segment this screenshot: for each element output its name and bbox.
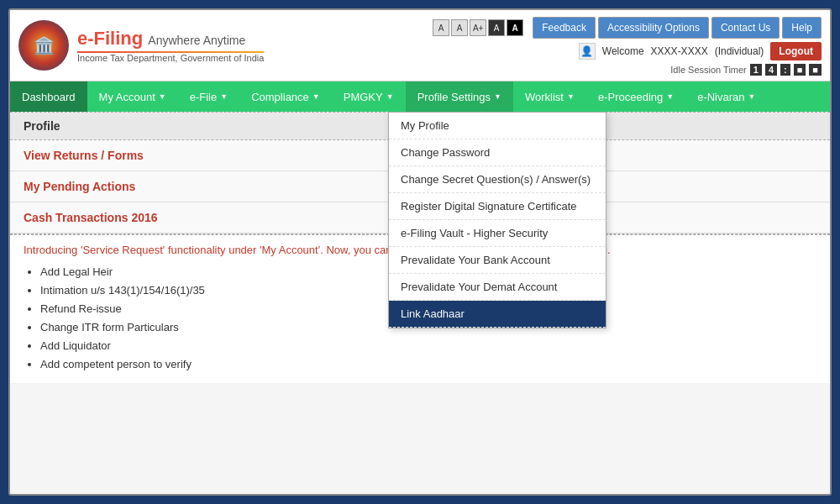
dropdown-link-aadhaar[interactable]: Link Aadhaar	[389, 301, 606, 328]
logo-text: e-Filing Anywhere Anytime Income Tax Dep…	[77, 28, 264, 63]
nav-my-account[interactable]: My Account ▼	[87, 81, 178, 112]
nav-profile-settings-label: Profile Settings	[417, 91, 491, 103]
nav-worklist-label: Worklist	[525, 91, 564, 103]
font-contrast-btn[interactable]: A	[507, 19, 523, 36]
nav-eproceeding-arrow: ▼	[666, 92, 674, 101]
nav-compliance-arrow: ▼	[312, 92, 320, 101]
header-right: A A A+ A A Feedback Accessibility Option…	[433, 17, 822, 76]
efiling-label: e-Filing	[77, 28, 143, 49]
logout-button[interactable]: Logout	[770, 42, 822, 60]
timer-colon: :	[780, 64, 790, 76]
nav-enivaran[interactable]: e-Nivaran ▼	[685, 81, 767, 112]
font-dark-btn[interactable]: A	[488, 19, 505, 36]
accessibility-button[interactable]: Accessibility Options	[598, 17, 709, 39]
nav-efile-label: e-File	[190, 91, 218, 103]
nav-bar: Dashboard My Account ▼ e-File ▼ Complian…	[10, 81, 830, 112]
session-timer: Idle Session Timer 1 4 : ■ ■	[670, 64, 822, 76]
nav-pmgky-arrow: ▼	[386, 92, 394, 101]
nav-my-account-label: My Account	[99, 91, 155, 103]
timer-digit-2: 4	[765, 64, 777, 76]
font-small-btn[interactable]: A	[433, 19, 449, 36]
timer-digit-1: 1	[750, 64, 762, 76]
nav-compliance[interactable]: Compliance ▼	[239, 81, 332, 112]
session-label: Idle Session Timer	[670, 65, 746, 75]
nav-enivaran-label: e-Nivaran	[697, 91, 744, 103]
dropdown-change-secret[interactable]: Change Secret Question(s) / Answer(s)	[389, 166, 606, 193]
font-large-btn[interactable]: A+	[470, 19, 486, 36]
header: 🏛️ e-Filing Anywhere Anytime Income Tax …	[10, 10, 830, 81]
logo-area: 🏛️ e-Filing Anywhere Anytime Income Tax …	[18, 20, 264, 71]
dropdown-prevalidate-bank[interactable]: Prevalidate Your Bank Account	[389, 247, 606, 274]
user-id: XXXX-XXXX	[651, 45, 708, 57]
nav-pmgky-label: PMGKY	[344, 91, 383, 103]
nav-enivaran-arrow: ▼	[748, 92, 756, 101]
nav-efile-arrow: ▼	[220, 92, 228, 101]
logo-tagline: Anywhere Anytime	[148, 34, 245, 47]
timer-digit-3: ■	[794, 64, 806, 76]
font-medium-btn[interactable]: A	[451, 19, 468, 36]
logo-emblem: 🏛️	[18, 20, 69, 71]
nav-profile-settings[interactable]: Profile Settings ▼	[406, 81, 513, 112]
nav-dashboard[interactable]: Dashboard	[10, 81, 87, 112]
nav-worklist-arrow: ▼	[567, 92, 575, 101]
nav-worklist[interactable]: Worklist ▼	[513, 81, 586, 112]
nav-compliance-label: Compliance	[251, 91, 309, 103]
nav-efile[interactable]: e-File ▼	[178, 81, 239, 112]
profile-settings-dropdown: My Profile Change Password Change Secret…	[388, 112, 606, 328]
font-size-controls: A A A+ A A	[433, 19, 523, 36]
nav-eproceeding-label: e-Proceeding	[598, 91, 663, 103]
feedback-button[interactable]: Feedback	[533, 17, 596, 39]
help-button[interactable]: Help	[782, 17, 822, 39]
dropdown-overlay: My Profile Change Password Change Secret…	[10, 112, 830, 494]
main-content: My Profile Change Password Change Secret…	[10, 112, 830, 494]
nav-pmgky[interactable]: PMGKY ▼	[332, 81, 406, 112]
browser-window: 🏛️ e-Filing Anywhere Anytime Income Tax …	[8, 8, 832, 496]
nav-profile-settings-arrow: ▼	[494, 92, 501, 101]
nav-dashboard-label: Dashboard	[22, 91, 76, 103]
dropdown-prevalidate-demat[interactable]: Prevalidate Your Demat Account	[389, 274, 606, 301]
welcome-text: Welcome	[602, 45, 644, 57]
timer-digit-4: ■	[809, 64, 822, 76]
dropdown-register-dsc[interactable]: Register Digital Signature Certificate	[389, 193, 606, 220]
user-icon: 👤	[579, 43, 596, 60]
nav-eproceeding[interactable]: e-Proceeding ▼	[586, 81, 685, 112]
dropdown-efiling-vault[interactable]: e-Filing Vault - Higher Security	[389, 220, 606, 247]
user-type: (Individual)	[715, 45, 764, 57]
user-bar: 👤 Welcome XXXX-XXXX (Individual) Logout	[579, 42, 822, 60]
logo-subtitle: Income Tax Department, Government of Ind…	[77, 53, 264, 63]
top-buttons: A A A+ A A Feedback Accessibility Option…	[433, 17, 822, 39]
dropdown-my-profile[interactable]: My Profile	[389, 113, 606, 139]
dropdown-change-password[interactable]: Change Password	[389, 139, 606, 166]
contact-button[interactable]: Contact Us	[711, 17, 780, 39]
logo-title: e-Filing Anywhere Anytime	[77, 28, 264, 50]
nav-my-account-arrow: ▼	[159, 92, 166, 101]
